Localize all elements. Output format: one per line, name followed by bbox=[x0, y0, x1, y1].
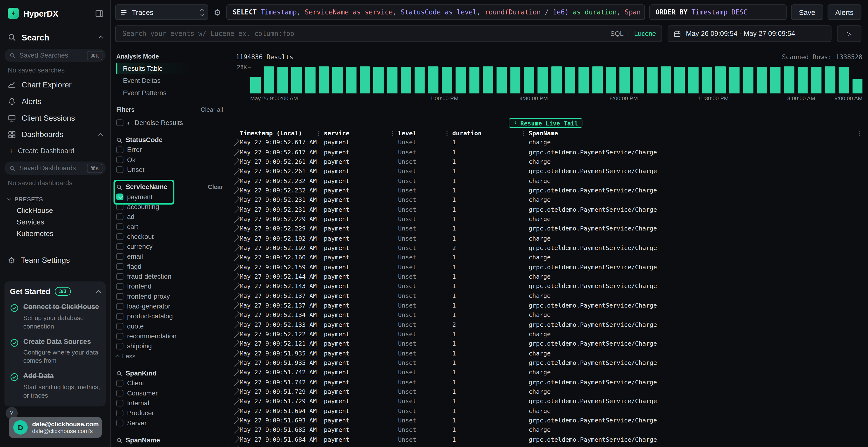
expand-row-icon[interactable] bbox=[233, 417, 240, 424]
filter-option[interactable]: email bbox=[116, 252, 223, 262]
clear-all-link[interactable]: Clear all bbox=[201, 106, 223, 113]
column-header-duration[interactable]: duration ⋮ bbox=[452, 130, 529, 137]
checkbox[interactable] bbox=[116, 323, 123, 330]
saved-searches-input[interactable]: Saved Searches ⌘K bbox=[4, 49, 105, 62]
column-menu-icon[interactable]: ⋮ bbox=[390, 131, 396, 137]
histogram-bar[interactable] bbox=[784, 66, 794, 94]
histogram-bar[interactable] bbox=[360, 67, 370, 94]
histogram-bar[interactable] bbox=[305, 67, 315, 94]
checkbox[interactable] bbox=[116, 313, 123, 320]
histogram-bar[interactable] bbox=[250, 77, 261, 94]
histogram-bar[interactable] bbox=[319, 66, 329, 94]
table-row[interactable]: May 27 9:09:52.229 AM payment Unset 1 gr… bbox=[231, 224, 868, 234]
sql-mode-toggle[interactable]: SQL bbox=[610, 30, 623, 38]
histogram-bar[interactable] bbox=[524, 67, 534, 94]
histogram-bar[interactable] bbox=[332, 67, 343, 94]
denoise-results-checkbox-row[interactable]: ◐ Denoise Results bbox=[116, 118, 223, 128]
table-row[interactable]: May 27 9:09:51.742 AM payment Unset 1 ch… bbox=[231, 368, 868, 377]
column-menu-icon[interactable]: ⋮ bbox=[857, 131, 863, 137]
resume-live-tail-button[interactable]: Resume Live Tail bbox=[509, 118, 583, 128]
expand-row-icon[interactable] bbox=[233, 312, 240, 319]
table-row[interactable]: May 27 9:09:51.682 AM payment Unset 1 ch… bbox=[231, 445, 868, 447]
histogram-bar[interactable] bbox=[483, 67, 493, 94]
run-query-button[interactable]: ▷ bbox=[837, 26, 861, 42]
histogram-bar[interactable] bbox=[852, 79, 863, 94]
filter-group-title[interactable]: StatusCode bbox=[126, 136, 162, 144]
checkbox[interactable] bbox=[116, 243, 123, 250]
table-row[interactable]: May 27 9:09:51.729 AM payment Unset 1 ch… bbox=[231, 387, 868, 397]
filter-option[interactable]: load-generator bbox=[116, 301, 223, 311]
histogram-bar[interactable] bbox=[565, 67, 575, 94]
filter-option[interactable]: Consumer bbox=[116, 388, 223, 398]
histogram-bar[interactable] bbox=[620, 67, 630, 94]
expand-row-icon[interactable] bbox=[233, 177, 240, 184]
expand-row-icon[interactable] bbox=[233, 398, 240, 405]
filter-option[interactable]: fraud-detection bbox=[116, 271, 223, 281]
expand-row-icon[interactable] bbox=[233, 168, 240, 175]
checkbox[interactable] bbox=[116, 213, 123, 220]
expand-row-icon[interactable] bbox=[233, 244, 240, 251]
filter-option[interactable]: frontend-proxy bbox=[116, 291, 223, 301]
column-header-service[interactable]: service ⋮ bbox=[324, 130, 398, 137]
checkbox[interactable] bbox=[116, 253, 123, 260]
sidebar-item-client-sessions[interactable]: Client Sessions bbox=[0, 110, 110, 126]
date-range-picker[interactable]: May 26 09:09:54 - May 27 09:09:54 bbox=[668, 26, 832, 42]
histogram-bar[interactable] bbox=[496, 67, 507, 94]
filter-option-selected[interactable]: payment bbox=[116, 192, 223, 202]
histogram-bar[interactable] bbox=[373, 67, 384, 94]
search-input[interactable] bbox=[121, 29, 606, 38]
checkbox[interactable] bbox=[116, 293, 123, 300]
get-started-item[interactable]: Connect to ClickHouse Set up your databa… bbox=[10, 303, 100, 331]
table-row[interactable]: May 27 9:09:52.143 AM payment Unset 1 gr… bbox=[231, 281, 868, 291]
table-row[interactable]: May 27 9:09:52.232 AM payment Unset 1 ch… bbox=[231, 176, 868, 186]
table-row[interactable]: May 27 9:09:52.231 AM payment Unset 1 gr… bbox=[231, 205, 868, 214]
checkbox-checked[interactable] bbox=[116, 194, 123, 200]
filter-option[interactable]: Client bbox=[116, 378, 223, 388]
checkbox[interactable] bbox=[116, 303, 123, 310]
expand-row-icon[interactable] bbox=[233, 379, 240, 386]
sidebar-item-chart-explorer[interactable]: Chart Explorer bbox=[0, 76, 110, 93]
show-less-link[interactable]: Less bbox=[116, 351, 223, 361]
histogram-bar[interactable] bbox=[510, 67, 521, 94]
collapse-sidebar-icon[interactable] bbox=[95, 9, 103, 18]
histogram-bar[interactable] bbox=[606, 67, 616, 94]
column-menu-icon[interactable]: ⋮ bbox=[520, 131, 526, 137]
table-row[interactable]: May 27 9:09:52.261 AM payment Unset 1 ch… bbox=[231, 157, 868, 166]
filter-option[interactable]: flagd bbox=[116, 262, 223, 271]
histogram-bar[interactable] bbox=[756, 67, 767, 94]
expand-row-icon[interactable] bbox=[233, 283, 240, 290]
checkbox[interactable] bbox=[116, 400, 123, 407]
filter-option[interactable]: cart bbox=[116, 222, 223, 232]
preset-item[interactable]: ClickHouse bbox=[0, 204, 110, 216]
analysis-mode-results-table[interactable]: Results Table bbox=[116, 63, 223, 74]
checkbox[interactable] bbox=[116, 333, 123, 340]
column-menu-icon[interactable]: ⋮ bbox=[316, 131, 322, 137]
table-row[interactable]: May 27 9:09:51.742 AM payment Unset 1 gr… bbox=[231, 377, 868, 387]
histogram-bar[interactable] bbox=[661, 66, 671, 94]
checkbox[interactable] bbox=[116, 156, 123, 163]
histogram-bar[interactable] bbox=[469, 67, 479, 94]
table-row[interactable]: May 27 9:09:52.192 AM payment Unset 1 ch… bbox=[231, 234, 868, 243]
histogram-bar[interactable] bbox=[743, 67, 753, 94]
histogram-bar[interactable] bbox=[702, 67, 712, 94]
lucene-mode-toggle[interactable]: Lucene bbox=[634, 30, 656, 38]
expand-row-icon[interactable] bbox=[233, 139, 240, 146]
expand-row-icon[interactable] bbox=[233, 264, 240, 271]
filter-option[interactable]: Ok bbox=[116, 155, 223, 165]
checkbox[interactable] bbox=[116, 419, 123, 426]
table-row[interactable]: May 27 9:09:51.729 AM payment Unset 1 gr… bbox=[231, 397, 868, 406]
preset-item[interactable]: Services bbox=[0, 216, 110, 228]
table-row[interactable]: May 27 9:09:51.693 AM payment Unset 1 gr… bbox=[231, 416, 868, 425]
expand-row-icon[interactable] bbox=[233, 427, 240, 434]
user-menu[interactable]: D dale@clickhouse.com dale@clickhouse.co… bbox=[9, 417, 102, 438]
filter-option[interactable]: product-catalog bbox=[116, 311, 223, 321]
filter-option[interactable]: ad bbox=[116, 212, 223, 221]
column-menu-icon[interactable]: ⋮ bbox=[444, 131, 450, 137]
expand-row-icon[interactable] bbox=[233, 206, 240, 213]
filter-option[interactable]: Server bbox=[116, 418, 223, 428]
histogram-bar[interactable] bbox=[592, 67, 603, 94]
histogram-bar[interactable] bbox=[647, 67, 657, 94]
histogram-bar[interactable] bbox=[729, 67, 740, 94]
expand-row-icon[interactable] bbox=[233, 158, 240, 165]
expand-row-icon[interactable] bbox=[233, 216, 240, 223]
